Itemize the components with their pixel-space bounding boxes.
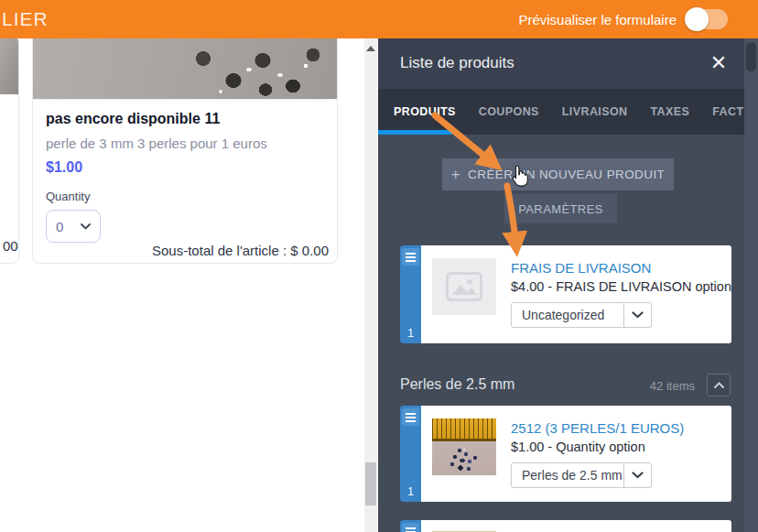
product-preview-card: pas encore disponible 11 perle de 3 mm 3… bbox=[32, 38, 338, 264]
product-rank: 1 bbox=[400, 485, 421, 498]
product-thumbnail bbox=[432, 418, 496, 475]
ruler-image-part bbox=[432, 418, 496, 441]
image-placeholder-icon bbox=[432, 258, 496, 315]
product-photo bbox=[33, 38, 337, 100]
close-icon[interactable]: ✕ bbox=[708, 52, 730, 74]
chevron-down-icon[interactable] bbox=[624, 311, 651, 319]
preview-scrollbar[interactable] bbox=[364, 38, 377, 532]
settings-button[interactable]: PARAMÈTRES bbox=[504, 194, 617, 223]
drag-handle-icon[interactable] bbox=[402, 408, 419, 426]
toggle-knob[interactable] bbox=[685, 7, 709, 31]
neighbor-product-card: 00 bbox=[0, 38, 19, 264]
drag-handle-icon[interactable] bbox=[402, 523, 419, 532]
active-tab-underline bbox=[378, 130, 452, 135]
product-card: FRAIS DE LIVRAISON $4.00 - FRAIS DE LIVR… bbox=[421, 245, 731, 343]
product-description: perle de 3 mm 3 perles pour 1 euros bbox=[46, 136, 324, 151]
panel-scrollbar[interactable] bbox=[744, 38, 758, 532]
product-card bbox=[421, 520, 731, 532]
panel-title: Liste de produits bbox=[400, 54, 514, 72]
category-value: Perles de 2.5 mm bbox=[512, 468, 623, 483]
product-name-link[interactable]: FRAIS DE LIVRAISON bbox=[511, 260, 651, 276]
product-details: $1.00 - Quantity option bbox=[511, 440, 645, 454]
section-item-count: 42 items bbox=[650, 379, 695, 393]
category-section-header: Perles de 2.5 mm 42 items bbox=[400, 374, 731, 397]
product-title: pas encore disponible 11 bbox=[46, 111, 324, 127]
tab-coupons[interactable]: COUPONS bbox=[479, 105, 539, 118]
category-select[interactable]: Perles de 2.5 mm bbox=[511, 462, 652, 488]
product-price: $1.00 bbox=[46, 159, 324, 176]
product-details: $4.00 - FRAIS DE LIVRAISON option bbox=[511, 279, 731, 294]
drag-handle[interactable]: 1 bbox=[400, 406, 421, 502]
product-row-2512: 1 2512 (3 PERLES/1 EUROS) $1.00 - Quanti… bbox=[400, 406, 731, 502]
drag-handle-icon[interactable] bbox=[402, 248, 419, 266]
category-value: Uncategorized bbox=[512, 308, 623, 322]
preview-form-toggle[interactable] bbox=[687, 9, 728, 29]
chevron-down-icon bbox=[81, 223, 91, 230]
item-subtotal: Sous-total de l'article : $ 0.00 bbox=[152, 243, 329, 258]
tab-taxes[interactable]: TAXES bbox=[650, 105, 689, 118]
app-header: LIER Prévisualiser le formulaire bbox=[0, 0, 758, 38]
drag-handle[interactable] bbox=[400, 520, 421, 532]
create-new-product-button[interactable]: + CRÉER UN NOUVEAU PRODUIT bbox=[442, 158, 674, 190]
tab-livraison[interactable]: LIVRAISON bbox=[562, 105, 628, 118]
preview-toggle-group: Prévisualiser le formulaire bbox=[518, 9, 728, 29]
scroll-up-arrow-icon[interactable] bbox=[366, 46, 375, 51]
tab-produits[interactable]: PRODUITS bbox=[394, 105, 456, 118]
panel-tab-bar: PRODUITS COUPONS LIVRAISON TAXES FACTURE bbox=[378, 89, 758, 135]
product-card: 2512 (3 PERLES/1 EUROS) $1.00 - Quantity… bbox=[421, 406, 731, 502]
drag-handle[interactable]: 1 bbox=[400, 245, 421, 343]
settings-button-label: PARAMÈTRES bbox=[518, 202, 603, 216]
form-title-partial: LIER bbox=[2, 8, 49, 30]
create-button-label: CRÉER UN NOUVEAU PRODUIT bbox=[468, 168, 665, 181]
panel-scrollbar-thumb[interactable] bbox=[746, 42, 756, 71]
beads-image-part bbox=[432, 441, 496, 475]
category-select[interactable]: Uncategorized bbox=[511, 302, 652, 328]
product-row-frais-de-livraison: 1 FRAIS DE LIVRAISON $4.00 - FRAIS DE LI… bbox=[400, 245, 731, 343]
section-title: Perles de 2.5 mm bbox=[400, 376, 514, 393]
products-panel: Liste de produits ✕ PRODUITS COUPONS LIV… bbox=[378, 38, 758, 532]
product-name-link[interactable]: 2512 (3 PERLES/1 EUROS) bbox=[511, 420, 684, 436]
quantity-select[interactable]: 0 bbox=[46, 210, 101, 243]
quantity-value: 0 bbox=[56, 219, 63, 234]
product-row-partial bbox=[400, 520, 731, 532]
chevron-down-icon[interactable] bbox=[624, 472, 651, 479]
preview-form-label: Prévisualiser le formulaire bbox=[518, 12, 677, 27]
preview-scrollbar-thumb[interactable] bbox=[365, 462, 376, 505]
form-preview-area: 00 pas encore disponible 11 perle de 3 m… bbox=[0, 38, 364, 532]
chevron-up-icon bbox=[714, 382, 724, 388]
quantity-label: Quantity bbox=[46, 190, 324, 203]
neighbor-product-image bbox=[0, 38, 18, 94]
product-rank: 1 bbox=[400, 327, 421, 340]
neighbor-subtotal-fragment: 00 bbox=[3, 238, 18, 254]
plus-icon: + bbox=[451, 166, 460, 184]
panel-header: Liste de produits ✕ bbox=[378, 38, 758, 89]
collapse-section-button[interactable] bbox=[707, 374, 731, 396]
